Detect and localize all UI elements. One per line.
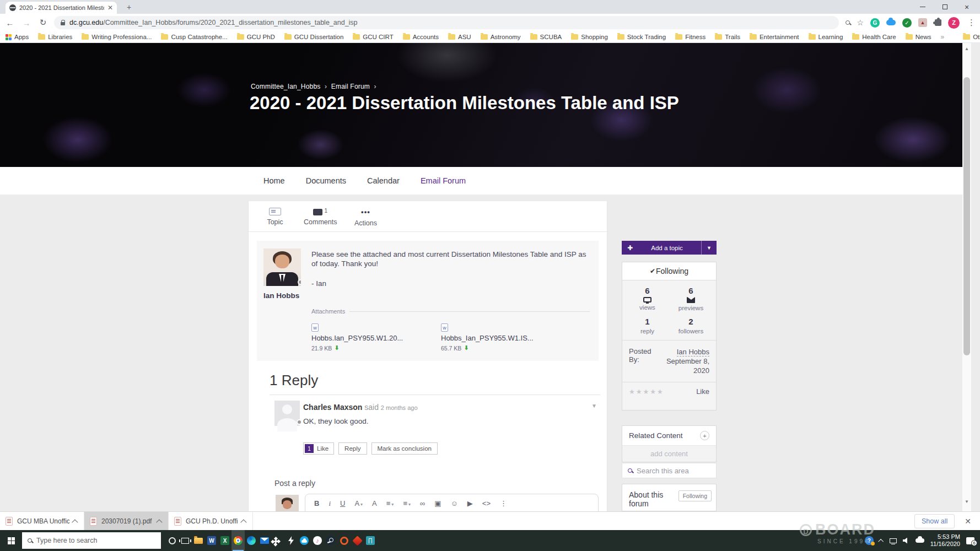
address-bar[interactable]: dc.gcu.edu/Committee_Ian_Hobbs/forums/20… [54,16,839,29]
topic-button[interactable]: Topic [263,208,287,227]
browser-menu-icon[interactable]: ⋮ [967,18,976,28]
taskbar-search-input[interactable] [36,537,141,544]
pcloud-button[interactable] [298,530,311,551]
mail-button[interactable] [258,530,271,551]
bookmark-folder-trails[interactable]: Trails [715,34,740,40]
excel-button[interactable]: X [218,530,231,551]
reply-button[interactable]: Reply [338,442,367,455]
onedrive-icon[interactable] [916,538,924,543]
cortana-button[interactable] [165,530,179,551]
word-button[interactable]: W [205,530,218,551]
more-tools-icon[interactable]: ⋮ [500,500,507,507]
font-color-icon[interactable]: A [372,500,377,507]
window-minimize-button[interactable] [912,0,934,14]
download-options-caret-icon[interactable] [72,519,78,525]
bookmark-folder-astronomy[interactable]: Astronomy [481,34,521,40]
taskbar-clock[interactable]: 5:53 PM11/16/2020 [930,533,960,548]
download-item[interactable]: GCU MBA Unoffici....pdf [0,512,84,530]
window-close-button[interactable]: × [956,0,978,14]
code-icon[interactable]: <> [482,500,491,507]
bookmark-folder-gcu-phd[interactable]: GCU PhD [237,34,275,40]
scroll-down-icon[interactable]: ▼ [962,498,971,506]
forum-following-button[interactable]: Following [679,490,712,501]
like-link[interactable]: Like [696,387,709,396]
download-arrow-icon[interactable]: ⬇ [334,344,339,352]
steam-button[interactable] [324,530,337,551]
task-view-button[interactable] [179,530,192,551]
help-tray-icon[interactable]: ? [865,536,874,545]
download-options-caret-icon[interactable] [156,519,162,525]
bookmark-folder-scuba[interactable]: SCUBA [530,34,562,40]
posted-by-link[interactable]: Ian Hobbs [677,348,709,356]
star-rating[interactable]: ★★★★★ [629,388,664,396]
comments-button[interactable]: 1 Comments [304,208,337,227]
bookmarks-overflow-chevron[interactable]: » [940,33,944,41]
bookmark-folder-cusp[interactable]: Cusp Catastrophe... [161,34,227,40]
network-icon[interactable] [890,538,897,543]
mark-conclusion-button[interactable]: Mark as conclusion [371,442,438,455]
emoji-icon[interactable]: ☺ [451,500,458,507]
forward-button[interactable]: → [21,18,32,28]
bookmark-folder-entertainment[interactable]: Entertainment [750,34,799,40]
area-search-box[interactable] [622,463,717,478]
bold-icon[interactable]: B [314,500,319,507]
post-author[interactable]: Ian Hobbs [263,291,299,300]
page-url[interactable]: dc.gcu.edu/Committee_Ian_Hobbs/forums/20… [69,19,358,26]
bookmark-folder-writing[interactable]: Writing Professiona... [82,34,152,40]
actions-button[interactable]: ••• Actions [353,208,378,227]
scroll-up-icon[interactable]: ▲ [962,45,971,53]
dropbox-button[interactable] [271,530,284,551]
edge-button[interactable] [245,530,258,551]
bullet-list-icon[interactable]: ≡ [386,500,394,509]
link-icon[interactable]: ∞ [420,500,425,507]
nav-documents[interactable]: Documents [306,176,346,185]
teal-app-button[interactable] [364,530,377,551]
attachment-file[interactable]: w Hobbs_Ian_PSY955.W1.IS... 65.7 KB⬇ [441,323,524,352]
show-all-downloads-button[interactable]: Show all [914,514,955,528]
nav-calendar[interactable]: Calendar [367,176,400,185]
new-tab-button[interactable]: + [125,3,133,12]
other-bookmarks[interactable]: Other bookmarks [963,34,980,40]
extensions-puzzle-icon[interactable] [935,19,941,26]
add-content-dropzone[interactable]: add content [622,445,716,462]
tab-close-icon[interactable]: ✕ [107,4,113,12]
window-maximize-button[interactable] [934,0,956,14]
bookmark-folder-gcu-dissertation[interactable]: GCU Dissertation [284,34,343,40]
cloud-extension-icon[interactable] [886,20,896,25]
download-arrow-icon[interactable]: ⬇ [464,344,469,352]
scrollbar-thumb[interactable] [963,77,970,355]
image-icon[interactable]: ▣ [434,500,441,507]
add-related-button[interactable]: + [700,431,709,440]
font-size-icon[interactable]: A [354,500,363,509]
reply-author[interactable]: Charles Maxson [303,403,362,412]
adobe-acrobat-extension-icon[interactable]: ▲ [918,18,927,27]
taskbar-search-box[interactable] [22,532,161,549]
apps-shortcut[interactable]: Apps [6,34,29,40]
nav-home[interactable]: Home [263,176,285,185]
add-topic-button[interactable]: ✚ Add a topic ▼ [622,241,717,255]
bookmark-folder-libraries[interactable]: Libraries [38,34,72,40]
zoom-icon[interactable] [846,20,850,25]
reload-button[interactable]: ↻ [37,18,49,28]
lightning-app-button[interactable] [284,530,298,551]
bookmark-folder-news[interactable]: News [906,34,931,40]
bookmark-folder-shopping[interactable]: Shopping [571,34,608,40]
following-button[interactable]: ✔ Following [622,262,716,280]
origin-button[interactable] [337,530,351,551]
check-extension-icon[interactable]: ✓ [902,18,912,28]
attachment-file[interactable]: w Hobbs.Ian_PSY955.W1.20... 21.9 KB⬇ [311,323,394,352]
padlock-icon[interactable] [61,22,65,25]
bookmark-folder-health-care[interactable]: Health Care [852,34,896,40]
bookmark-folder-stock-trading[interactable]: Stock Trading [617,34,666,40]
page-scrollbar[interactable]: ▲ ▼ [962,43,971,511]
grammarly-extension-icon[interactable]: G [870,18,880,28]
breadcrumb-link-committee[interactable]: Committee_Ian_Hobbs [251,83,321,90]
video-icon[interactable]: ▶ [467,500,473,507]
reply-options-caret-icon[interactable]: ▼ [591,403,597,409]
bookmark-folder-asu[interactable]: ASU [448,34,471,40]
browser-tab[interactable]: 2020 - 2021 Dissertation Milesto ✕ [6,2,117,14]
bookmark-folder-gcu-cirt[interactable]: GCU CIRT [353,34,393,40]
bookmark-folder-learning[interactable]: Learning [809,34,843,40]
italic-icon[interactable]: i [329,500,331,507]
add-topic-dropdown[interactable]: ▼ [701,241,717,255]
